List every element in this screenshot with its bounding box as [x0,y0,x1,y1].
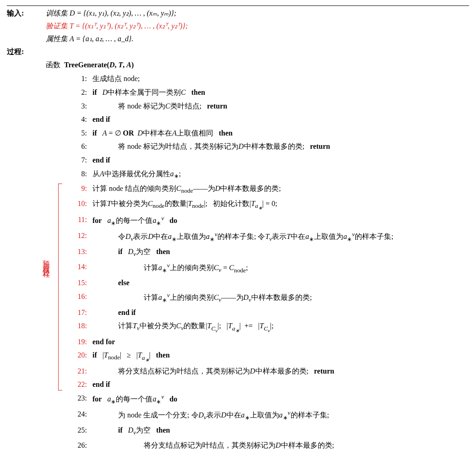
line-number: 6: [71,140,87,153]
train-set: 训练集 D = {(x₁, y₁), (x₂, y₂), … , (xₘ, yₘ… [46,7,469,20]
line-text: 令Dv表示D中在a∗上取值为a∗v的样本子集; 令Tv表示T中在a∗上取值为a∗… [92,229,469,245]
algo-line: 21:将分支结点标记为叶结点，其类别标记为D中样本最多的类; return [71,364,469,378]
input-row: 输入: 训练集 D = {(x₁, y₁), (x₂, y₂), … , (xₘ… [7,7,469,20]
line-number: 10: [71,197,87,211]
algo-line: 20:if |Tnode| ≥ |Ta∗| then [71,348,469,364]
pruning-side-label: 预剪枝过程 [41,255,51,319]
attr-row: 属性集 A = {a₁, a₂, … , a_d}. [7,32,469,45]
line-number: 1: [71,72,87,86]
line-text: 计算 node 结点的倾向类别Cnode——为D中样本数最多的类; [92,182,469,197]
func-signature: TreeGenerate(D, T, A) [64,61,134,69]
line-number: 5: [71,126,87,140]
input-label: 输入: [7,7,46,20]
line-text: 生成结点 node; [92,72,469,86]
line-number: 8: [71,167,87,181]
algo-line: 16:计算a∗v上的倾向类别Cv——为Dv中样本数最多的类; [71,290,469,306]
algo-line: 19:end for [71,335,469,349]
line-number: 13: [71,245,87,259]
algo-line: 4:end if [71,113,469,126]
line-text: if Dv为空 then [92,245,469,260]
line-text: for a∗的每一个值a∗v do [92,213,469,229]
algo-line: 9:计算 node 结点的倾向类别Cnode——为D中样本数最多的类; [71,182,469,197]
algo-line: 2:if D中样本全属于同一类别C then [71,86,469,99]
process-label: 过程: [7,45,46,58]
line-text: 计算T中被分类为Cnode的数量|Tnode|; 初始化计数|Ta∗| = 0; [92,197,469,212]
algo-line: 25:if Dv为空 then [71,423,469,439]
line-number: 9: [71,182,87,195]
line-text: 计算Tv中被分类为Cv的数量|TCv|; |Ta∗| += |TCv|; [92,319,469,335]
algo-line: 12:令Dv表示D中在a∗上取值为a∗v的样本子集; 令Tv表示T中在a∗上取值… [71,229,469,245]
line-text: if Dv为空 then [92,423,469,439]
algo-line: 22:end if [71,378,469,391]
line-number: 23: [71,391,87,405]
line-number: 12: [71,229,87,243]
line-text: 从A中选择最优化分属性a∗; [92,167,469,182]
line-number: 2: [71,86,87,99]
line-number: 20: [71,348,87,362]
algo-line: 17:end if [71,306,469,320]
line-text: if D中样本全属于同一类别C then [92,86,469,99]
line-text: end if [92,153,469,167]
algo-line: 7:end if [71,153,469,167]
valid-set: 验证集 T = {(x₁ᵀ, y₁ᵀ), (x₂ᵀ, y₂ᵀ), … , (x₂… [46,20,469,32]
line-number: 22: [71,378,87,391]
line-number: 4: [71,113,87,126]
line-text: else [92,452,469,455]
line-text: end if [92,306,469,320]
line-number: 21: [71,364,87,378]
algo-line: 10:计算T中被分类为Cnode的数量|Tnode|; 初始化计数|Ta∗| =… [71,197,469,212]
algo-line: 23:for a∗的每一个值a∗v do [71,391,469,407]
valid-row: 验证集 T = {(x₁ᵀ, y₁ᵀ), (x₂ᵀ, y₂ᵀ), … , (x₂… [7,20,469,32]
top-rule [7,5,469,6]
line-text: else [92,276,469,290]
algo-line: 11:for a∗的每一个值a∗v do [71,213,469,229]
algo-line: 3:将 node 标记为C类叶结点; return [71,99,469,113]
pruning-bracket [58,184,62,390]
algo-line: 5:if A = ∅ OR D中样本在A上取值相同 then [71,126,469,140]
algo-line: 24:为 node 生成一个分支; 令Dv表示D中在a∗上取值为a∗v的样本子集… [71,407,469,423]
line-text: 计算a∗v上的倾向类别Cv = Cnode; [92,260,469,276]
line-text: 将分支结点标记为叶结点，其类别标记为D中样本最多的类; [92,439,469,452]
line-number: 17: [71,306,87,320]
line-number: 18: [71,319,87,333]
algo-line: 6:将 node 标记为叶结点，其类别标记为D中样本数最多的类; return [71,140,469,153]
line-text: 将 node 标记为C类叶结点; return [92,99,469,113]
line-number: 25: [71,423,87,437]
line-text: end if [92,113,469,126]
line-number: 26: [71,439,87,452]
attr-set: 属性集 A = {a₁, a₂, … , a_d}. [46,32,469,45]
line-text: 计算a∗v上的倾向类别Cv——为Dv中样本数最多的类; [92,290,469,306]
process-row: 过程: [7,45,469,58]
algo-line: 14:计算a∗v上的倾向类别Cv = Cnode; [71,260,469,276]
line-number: 3: [71,99,87,113]
line-text: end for [92,335,469,349]
algo-line: 13:if Dv为空 then [71,245,469,260]
line-text: 将分支结点标记为叶结点，其类别标记为D中样本最多的类; return [92,364,469,378]
line-number: 7: [71,153,87,167]
line-number: 27: [71,452,87,455]
line-number: 24: [71,407,87,421]
algo-line: 27:else [71,452,469,455]
line-number: 11: [71,213,87,227]
line-number: 19: [71,335,87,349]
algo-line: 15:else [71,276,469,290]
line-text: 将 node 标记为叶结点，其类别标记为D中样本数最多的类; return [92,140,469,153]
line-number: 14: [71,260,87,274]
algo-line: 26:将分支结点标记为叶结点，其类别标记为D中样本最多的类; [71,439,469,452]
line-number: 16: [71,290,87,303]
line-text: for a∗的每一个值a∗v do [92,391,469,407]
algo-line: 18:计算Tv中被分类为Cv的数量|TCv|; |Ta∗| += |TCv|; [71,319,469,335]
algo-line: 8:从A中选择最优化分属性a∗; [71,167,469,182]
line-text: end if [92,378,469,391]
line-text: if A = ∅ OR D中样本在A上取值相同 then [92,126,469,140]
function-header: 函数 TreeGenerate(D, T, A) [46,58,469,72]
algorithm-body: 预剪枝过程 1:生成结点 node;2:if D中样本全属于同一类别C then… [46,72,469,455]
algo-line: 1:生成结点 node; [71,72,469,86]
algorithm-box: 输入: 训练集 D = {(x₁, y₁), (x₂, y₂), … , (xₘ… [7,5,469,455]
func-word: 函数 [46,61,60,69]
line-number: 15: [71,276,87,290]
line-text: 为 node 生成一个分支; 令Dv表示D中在a∗上取值为a∗v的样本子集; [92,407,469,423]
line-text: if |Tnode| ≥ |Ta∗| then [92,348,469,364]
